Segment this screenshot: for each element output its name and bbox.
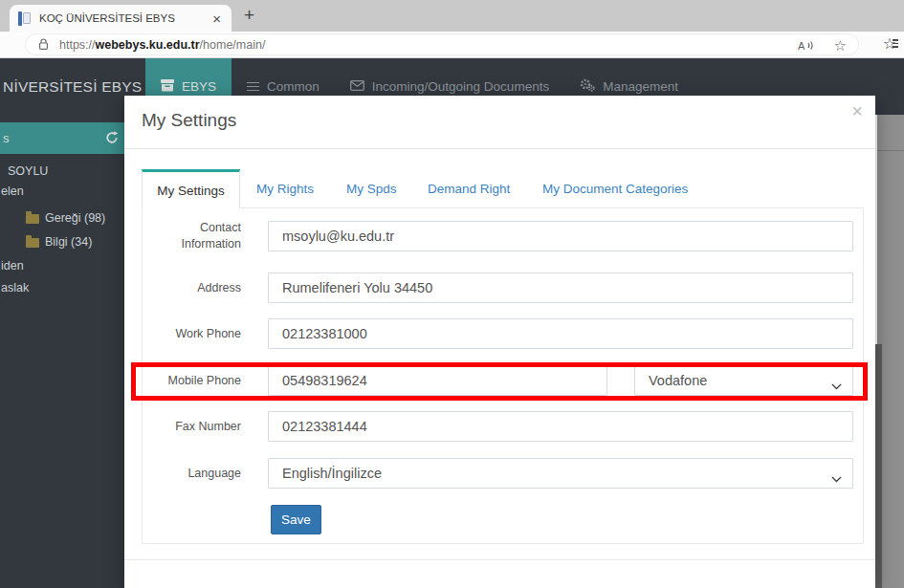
contact-information-label: Contact Information (145, 221, 241, 251)
address-label: Address (145, 272, 241, 303)
page-overlay (877, 115, 904, 588)
contact-information-row: Contact Information (145, 221, 853, 251)
tab-demand-right[interactable]: Demand Right (428, 169, 510, 207)
read-aloud-icon[interactable]: A (798, 34, 814, 56)
work-phone-row: Work Phone (145, 318, 853, 349)
language-row: Language English/İngilizce (145, 458, 853, 489)
nav-item-label: Management (603, 79, 678, 94)
modal-footer-divider (124, 559, 875, 560)
contact-information-input[interactable] (268, 221, 853, 251)
fax-number-label: Fax Number (145, 411, 241, 442)
mobile-phone-input[interactable] (268, 365, 607, 396)
fax-number-input[interactable] (268, 411, 853, 442)
sidebar-item-sent[interactable]: iden (1, 259, 24, 272)
address-bar[interactable]: https://webebys.ku.edu.tr/home/main/ A ☆ (25, 33, 859, 55)
sidebar-header[interactable]: s (0, 122, 124, 154)
sidebar-item-inbox[interactable]: elen (1, 185, 24, 198)
folders-sidebar: s SOYLU elen Gereği (98) Bilgi (34) iden… (0, 115, 124, 588)
browser-toolbar: https://webebys.ku.edu.tr/home/main/ A ☆… (0, 32, 904, 58)
ebys-favicon (18, 11, 33, 26)
nav-item-label: Incoming/Outgoing Documents (372, 79, 549, 94)
modal-tabs: My Settings My Rights My Spds Demand Rig… (142, 169, 858, 208)
folder-icon (26, 238, 39, 248)
folder-icon (26, 214, 39, 224)
fax-number-row: Fax Number (145, 411, 853, 442)
work-phone-input[interactable] (268, 318, 853, 349)
svg-text:A: A (798, 40, 805, 52)
menu-icon (247, 82, 259, 84)
my-settings-modal: My Settings × My Settings My Rights My S… (124, 96, 875, 588)
chevron-down-icon (831, 470, 842, 486)
gears-icon (580, 78, 595, 95)
work-phone-label: Work Phone (145, 318, 241, 349)
tab-my-spds[interactable]: My Spds (346, 169, 397, 207)
sidebar-item-draft[interactable]: aslak (1, 281, 29, 294)
new-tab-button[interactable]: + (244, 3, 254, 28)
sidebar-header-label: s (3, 131, 10, 145)
modal-title: My Settings (142, 110, 236, 131)
favorites-hub-icon[interactable]: ☆ (883, 34, 898, 53)
language-select[interactable]: English/İngilizce (268, 458, 853, 489)
sidebar-item-bilgi[interactable]: Bilgi (34) (26, 235, 92, 249)
nav-item-label: Common (267, 79, 320, 94)
mail-icon (350, 79, 364, 94)
language-value: English/İngilizce (282, 466, 382, 481)
nav-item-label: EBYS (182, 79, 216, 94)
language-label: Language (145, 458, 241, 489)
tab-my-document-categories[interactable]: My Document Categories (542, 169, 688, 207)
browser-tab[interactable]: KOÇ ÜNİVERSİTESİ EBYS × (10, 5, 232, 32)
mobile-operator-value: Vodafone (649, 373, 707, 388)
chevron-down-icon (831, 378, 842, 393)
browser-window: KOÇ ÜNİVERSİTESİ EBYS × + https://webeby… (0, 0, 904, 588)
mobile-phone-row: Mobile Phone Vodafone (145, 365, 853, 396)
browser-tab-strip: KOÇ ÜNİVERSİTESİ EBYS × + (0, 0, 904, 32)
favorites-star-icon[interactable]: ☆ (834, 34, 847, 56)
sidebar-item-user[interactable]: SOYLU (8, 164, 48, 178)
page-scrollbar[interactable] (875, 344, 882, 588)
mobile-phone-label: Mobile Phone (145, 365, 241, 396)
mobile-operator-select[interactable]: Vodafone (634, 365, 853, 396)
refresh-icon[interactable] (104, 130, 120, 148)
address-row: Address (145, 272, 853, 303)
archive-icon (161, 79, 174, 95)
app-brand: NİVERSİTESİ EBYS (3, 58, 142, 115)
modal-close-icon[interactable]: × (851, 101, 863, 120)
browser-tab-title: KOÇ ÜNİVERSİTESİ EBYS (39, 12, 204, 24)
address-input[interactable] (268, 272, 853, 303)
tab-close-icon[interactable]: × (210, 11, 223, 26)
sidebar-item-geregi[interactable]: Gereği (98) (26, 211, 105, 225)
url-text: https://webebys.ku.edu.tr/home/main/ (59, 38, 265, 52)
divider (124, 148, 875, 149)
tab-my-rights[interactable]: My Rights (256, 169, 314, 207)
tab-my-settings[interactable]: My Settings (142, 169, 240, 208)
lock-icon[interactable] (38, 38, 49, 51)
